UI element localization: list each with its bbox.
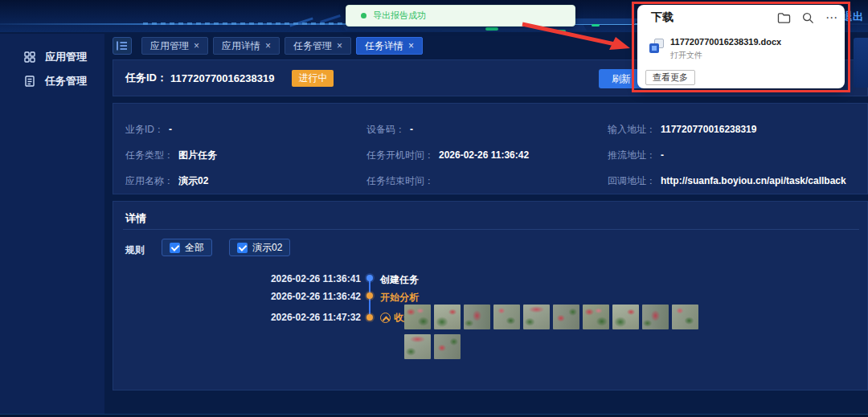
timeline-time: 2026-02-26 11:36:41 (254, 273, 361, 284)
popup-icon-row: ⋯ (777, 10, 838, 25)
toast-message: 导出报告成功 (373, 10, 426, 22)
tab-close-icon[interactable]: × (408, 38, 414, 54)
sidebar-item-label: 应用管理 (45, 50, 87, 64)
sidebar-item-label: 任务管理 (45, 74, 87, 88)
timeline-time: 2026-02-26 11:36:42 (254, 291, 361, 302)
detection-thumbnail[interactable] (434, 305, 461, 329)
field-value: http://suanfa.boyiou.cn/api/task/callbac… (661, 175, 846, 186)
field-input-address: 输入地址：117720770016238319 (608, 123, 756, 137)
field-task-start-time: 任务开机时间：2026-02-26 11:36:42 (366, 149, 529, 162)
details-panel: 详情 规则 全部 演示02 2026-02-26 11:36:41 创建任务 2… (113, 201, 868, 390)
thumbnail-grid (404, 305, 703, 359)
task-document-icon (24, 76, 35, 87)
download-popup: 下载 ⋯ 117720770016238319.docx 打开文件 查看更多 (637, 5, 845, 88)
tab-task-details[interactable]: 任务详情 × (356, 37, 423, 55)
detection-thumbnail[interactable] (404, 334, 431, 359)
field-task-type: 任务类型：图片任务 (125, 149, 217, 162)
timeline-dot-icon (366, 292, 373, 299)
tab-label: 任务详情 (365, 38, 403, 54)
sidebar-collapse-button[interactable] (113, 37, 132, 55)
download-file-name[interactable]: 117720770016238319.docx (670, 37, 781, 47)
field-label: 应用名称： (125, 175, 174, 186)
task-info-panel: 业务ID：- 设备码：- 输入地址：117720770016238319 任务类… (113, 103, 868, 194)
open-file-link[interactable]: 打开文件 (670, 50, 781, 61)
detection-thumbnail[interactable] (612, 305, 639, 329)
success-toast: 导出报告成功 (346, 5, 575, 27)
field-label: 任务开机时间： (366, 149, 434, 161)
checkbox-demo02[interactable]: 演示02 (229, 239, 290, 256)
detection-thumbnail[interactable] (523, 305, 550, 329)
field-business-id: 业务ID：- (125, 123, 172, 137)
tab-close-icon[interactable]: × (265, 38, 271, 54)
field-value: 图片任务 (178, 149, 217, 161)
sidebar-item-app-management[interactable]: 应用管理 (0, 45, 104, 69)
rule-label: 规则 (125, 243, 145, 257)
divider (123, 229, 859, 230)
word-document-icon (649, 39, 664, 53)
detection-thumbnail[interactable] (464, 305, 490, 329)
field-callback-address: 回调地址：http://suanfa.boyiou.cn/api/task/ca… (608, 174, 846, 188)
download-file-row[interactable]: 117720770016238319.docx 打开文件 (649, 37, 781, 61)
tab-app-management[interactable]: 应用管理 × (141, 37, 208, 55)
tab-app-details[interactable]: 应用详情 × (213, 37, 280, 55)
logout-button[interactable]: 退出 (842, 10, 863, 24)
field-value: - (169, 124, 172, 135)
detection-thumbnail[interactable] (553, 305, 579, 329)
field-value: - (661, 149, 664, 161)
header-decoration-green-dash (556, 30, 566, 32)
field-label: 回调地址： (608, 175, 656, 186)
app-window: 导出报告成功 退出 应用管理 任务管理 应用管理 × (0, 0, 868, 417)
field-label: 输入地址： (608, 124, 656, 135)
field-label: 任务结束时间： (366, 175, 434, 186)
tab-close-icon[interactable]: × (194, 38, 199, 54)
tab-label: 任务管理 (293, 38, 332, 54)
checkbox-checked-icon[interactable] (237, 243, 248, 253)
detection-thumbnail[interactable] (434, 334, 461, 359)
checkbox-all[interactable]: 全部 (162, 239, 212, 256)
tab-label: 应用详情 (222, 38, 260, 54)
field-value: 117720770016238319 (661, 124, 756, 135)
detection-thumbnail[interactable] (672, 305, 698, 329)
task-id-label: 任务ID： (125, 71, 167, 85)
timeline-event-start-analysis: 开始分析 (380, 291, 419, 305)
field-value: 演示02 (178, 175, 208, 186)
timeline-event-create-task: 创建任务 (380, 273, 419, 287)
detection-thumbnail[interactable] (404, 305, 431, 329)
checkbox-checked-icon[interactable] (170, 243, 180, 253)
sidebar-item-task-management[interactable]: 任务管理 (0, 69, 104, 93)
field-label: 任务类型： (125, 149, 174, 161)
open-downloads-folder-icon[interactable] (777, 11, 791, 25)
tab-list: 应用管理 × 应用详情 × 任务管理 × 任务详情 × (141, 37, 423, 55)
field-task-end-time: 任务结束时间： (366, 174, 439, 188)
tab-task-management[interactable]: 任务管理 × (285, 37, 351, 55)
sidebar: 应用管理 任务管理 (0, 34, 104, 414)
see-more-button[interactable]: 查看更多 (645, 70, 695, 85)
more-options-icon[interactable]: ⋯ (825, 10, 838, 25)
field-value: - (410, 124, 413, 135)
detection-thumbnail[interactable] (583, 305, 609, 329)
header-decoration-green-dash (485, 27, 498, 31)
timeline-dot-icon (366, 275, 373, 281)
field-push-stream-address: 推流地址：- (608, 149, 664, 162)
app-grid-icon (24, 51, 35, 63)
timeline-dot-icon (366, 314, 373, 321)
search-downloads-icon[interactable] (801, 11, 815, 25)
export-button-partial[interactable] (854, 38, 868, 88)
task-id-value: 117720770016238319 (170, 72, 274, 84)
detection-thumbnail[interactable] (642, 305, 669, 329)
header-decoration-green-dash (592, 24, 600, 27)
collapse-chevron-icon (380, 313, 391, 323)
detection-thumbnail[interactable] (493, 305, 520, 329)
checkbox-label: 全部 (185, 241, 204, 255)
success-dot-icon (361, 13, 366, 18)
field-device-code: 设备码：- (366, 123, 413, 137)
details-title: 详情 (125, 211, 146, 226)
field-label: 业务ID： (125, 124, 164, 135)
status-badge: 进行中 (292, 70, 334, 87)
field-app-name: 应用名称：演示02 (125, 174, 208, 188)
tab-close-icon[interactable]: × (337, 38, 342, 54)
field-label: 推流地址： (608, 149, 656, 161)
field-value: 2026-02-26 11:36:42 (439, 149, 529, 161)
header-decoration-dotted-line (143, 22, 346, 25)
tab-label: 应用管理 (150, 38, 189, 54)
